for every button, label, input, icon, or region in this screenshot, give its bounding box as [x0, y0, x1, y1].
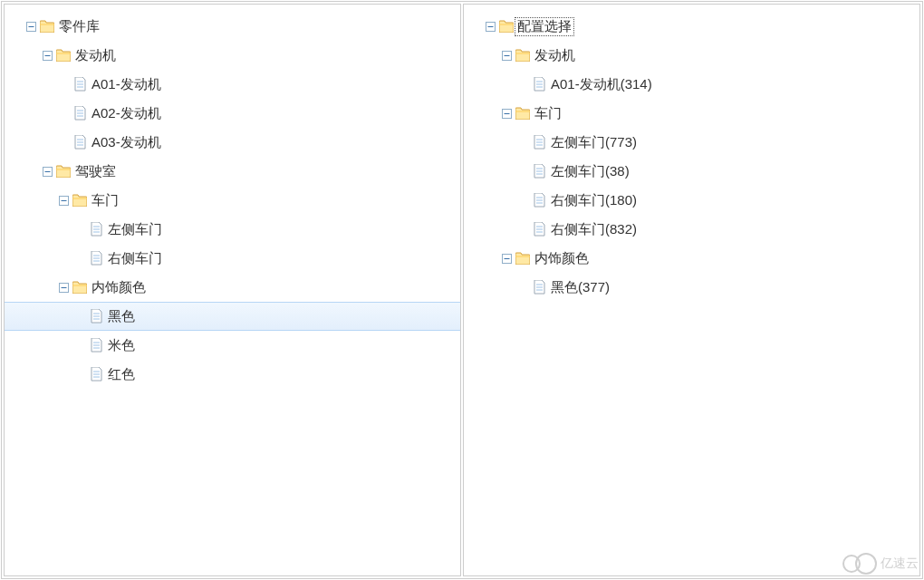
folder-icon [55, 165, 72, 178]
file-icon [72, 135, 88, 150]
folder-icon [72, 281, 88, 294]
collapse-icon[interactable] [498, 254, 515, 264]
folder-icon [515, 107, 531, 120]
file-icon [531, 280, 547, 295]
tree-folder-node[interactable]: 配置选择 [464, 12, 919, 41]
tree-leaf-node[interactable]: A02-发动机 [5, 99, 460, 128]
node-label[interactable]: 黑色 [104, 308, 140, 325]
tree-folder-node[interactable]: 驾驶室 [5, 157, 460, 186]
file-icon [72, 106, 88, 121]
file-icon [531, 222, 547, 237]
file-icon [531, 77, 547, 92]
collapse-icon[interactable] [55, 196, 72, 206]
folder-icon [39, 20, 55, 33]
tree-folder-node[interactable]: 发动机 [5, 41, 460, 70]
node-label[interactable]: 配置选择 [515, 17, 574, 36]
left-tree-panel: 零件库发动机A01-发动机A02-发动机A03-发动机驾驶室车门左侧车门右侧车门… [4, 4, 461, 576]
tree-folder-node[interactable]: 发动机 [464, 41, 919, 70]
collapse-icon[interactable] [482, 22, 498, 32]
file-icon [88, 367, 104, 382]
node-label[interactable]: 车门 [88, 192, 124, 209]
right-tree-panel: 配置选择发动机A01-发动机(314)车门左侧车门(773)左侧车门(38)右侧… [463, 4, 920, 576]
node-label[interactable]: 右侧车门(180) [547, 192, 642, 209]
file-icon [531, 193, 547, 208]
collapse-icon[interactable] [498, 51, 515, 61]
node-label[interactable]: 左侧车门(38) [547, 163, 635, 180]
tree-folder-node[interactable]: 内饰颜色 [464, 244, 919, 273]
node-label[interactable]: 左侧车门 [104, 221, 168, 238]
tree-leaf-node[interactable]: 左侧车门(773) [464, 128, 919, 157]
folder-icon [498, 20, 515, 33]
collapse-icon[interactable] [39, 167, 55, 177]
tree-folder-node[interactable]: 车门 [464, 99, 919, 128]
tree-leaf-node[interactable]: 左侧车门 [5, 215, 460, 244]
node-label[interactable]: 内饰颜色 [88, 279, 151, 296]
folder-icon [72, 194, 88, 207]
node-label[interactable]: 发动机 [72, 47, 121, 64]
file-icon [72, 77, 88, 92]
node-label[interactable]: 左侧车门(773) [547, 134, 642, 151]
file-icon [531, 135, 547, 150]
node-label[interactable]: 米色 [104, 337, 140, 354]
tree-leaf-node[interactable]: 右侧车门(180) [464, 186, 919, 215]
tree-leaf-node[interactable]: A01-发动机(314) [464, 70, 919, 99]
tree-leaf-node[interactable]: 左侧车门(38) [464, 157, 919, 186]
node-label[interactable]: A01-发动机 [88, 76, 167, 93]
folder-icon [55, 49, 72, 62]
node-label[interactable]: A03-发动机 [88, 134, 167, 151]
collapse-icon[interactable] [498, 109, 515, 119]
node-label[interactable]: 内饰颜色 [531, 250, 594, 267]
tree-leaf-node[interactable]: 米色 [5, 331, 460, 360]
node-label[interactable]: 右侧车门 [104, 250, 168, 267]
tree-leaf-node[interactable]: 黑色(377) [464, 273, 919, 302]
tree-leaf-node[interactable]: 黑色 [5, 302, 460, 331]
node-label[interactable]: 零件库 [55, 18, 105, 35]
app-window: 零件库发动机A01-发动机A02-发动机A03-发动机驾驶室车门左侧车门右侧车门… [1, 1, 923, 579]
tree-leaf-node[interactable]: 右侧车门(832) [464, 215, 919, 244]
tree-leaf-node[interactable]: A01-发动机 [5, 70, 460, 99]
node-label[interactable]: 红色 [104, 366, 140, 383]
file-icon [88, 222, 104, 237]
tree-folder-node[interactable]: 零件库 [5, 12, 460, 41]
node-label[interactable]: 右侧车门(832) [547, 221, 642, 238]
collapse-icon[interactable] [55, 283, 72, 293]
file-icon [88, 338, 104, 353]
tree-folder-node[interactable]: 内饰颜色 [5, 273, 460, 302]
node-label[interactable]: 黑色(377) [547, 279, 615, 296]
folder-icon [515, 49, 531, 62]
tree-leaf-node[interactable]: 红色 [5, 360, 460, 389]
node-label[interactable]: A02-发动机 [88, 105, 167, 122]
node-label[interactable]: 发动机 [531, 47, 581, 64]
collapse-icon[interactable] [39, 51, 55, 61]
file-icon [88, 251, 104, 266]
file-icon [88, 309, 104, 324]
file-icon [531, 164, 547, 179]
folder-icon [515, 252, 531, 265]
node-label[interactable]: 驾驶室 [72, 163, 121, 180]
tree-leaf-node[interactable]: A03-发动机 [5, 128, 460, 157]
node-label[interactable]: A01-发动机(314) [547, 76, 658, 93]
node-label[interactable]: 车门 [531, 105, 567, 122]
tree-folder-node[interactable]: 车门 [5, 186, 460, 215]
collapse-icon[interactable] [23, 22, 39, 32]
tree-leaf-node[interactable]: 右侧车门 [5, 244, 460, 273]
